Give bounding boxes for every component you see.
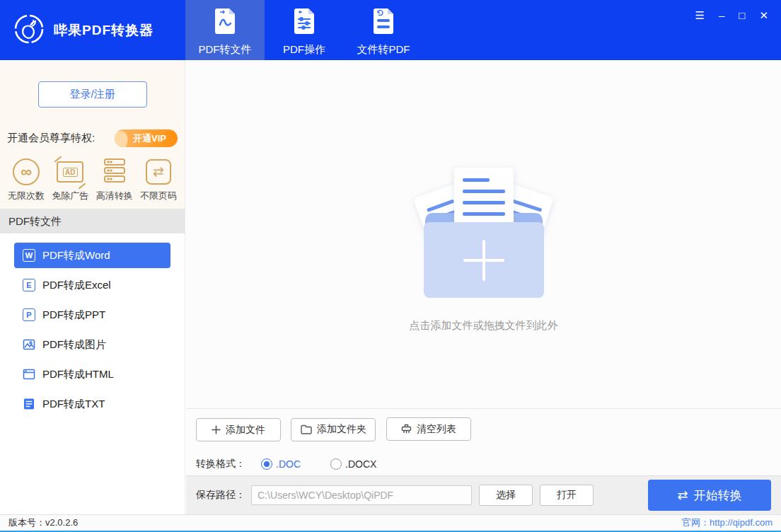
vip-privilege-text: 开通会员尊享特权: — [7, 132, 95, 145]
conversion-menu: W PDF转成Word E PDF转成Excel P PDF转成PPT — [0, 233, 185, 417]
save-path-label: 保存路径： — [196, 489, 245, 502]
sidebar-item-pdf-to-html[interactable]: PDF转成HTML — [14, 362, 170, 387]
maximize-icon[interactable]: □ — [739, 8, 745, 23]
dropzone[interactable]: 点击添加文件或拖拽文件到此外 — [186, 60, 781, 409]
feature-hd-convert: 高清转换 — [93, 157, 137, 202]
tab-label: PDF操作 — [283, 43, 325, 57]
login-register-button[interactable]: 登录/注册 — [38, 81, 147, 108]
version-label: 版本号：v2.0.2.6 — [8, 516, 78, 529]
file-to-pdf-icon — [371, 6, 396, 39]
tab-label: 文件转PDF — [357, 43, 410, 57]
unlimited-pages-icon: ⇄ — [146, 159, 171, 185]
plus-icon — [463, 240, 504, 281]
add-folder-button[interactable]: 添加文件夹 — [291, 418, 376, 441]
feature-unlimited-times: ∞ 无限次数 — [4, 157, 48, 202]
pdf-operations-icon — [291, 6, 317, 39]
sidebar-item-pdf-to-ppt[interactable]: P PDF转成PPT — [14, 302, 170, 328]
folder-icon — [301, 424, 312, 434]
logo-strawberry-icon — [13, 13, 45, 48]
plus-icon — [212, 425, 221, 434]
logo-area: 哔果PDF转换器 — [0, 0, 185, 60]
app-window: 哔果PDF转换器 PDF转文件 — [0, 0, 781, 532]
dropzone-hint: 点击添加文件或拖拽文件到此外 — [410, 319, 558, 332]
main-panel: 点击添加文件或拖拽文件到此外 添加文件 添加文件夹 清空列表 转换格式： — [186, 60, 781, 514]
browser-icon — [23, 368, 35, 381]
website-link[interactable]: 官网：http://qipdf.com — [682, 516, 773, 529]
image-icon — [23, 338, 35, 351]
sidebar-item-pdf-to-word[interactable]: W PDF转成Word — [14, 243, 170, 268]
sidebar-item-pdf-to-txt[interactable]: PDF转成TXT — [14, 391, 170, 417]
folder-front-graphic — [424, 222, 544, 298]
app-title: 哔果PDF转换器 — [54, 21, 154, 40]
no-ads-icon: AD — [57, 161, 83, 183]
sidebar-item-pdf-to-image[interactable]: PDF转成图片 — [14, 332, 170, 357]
status-bar: 版本号：v2.0.2.6 官网：http://qipdf.com — [0, 514, 781, 532]
tab-pdf-operations[interactable]: PDF操作 — [265, 0, 344, 60]
radio-doc[interactable]: .DOC — [261, 458, 301, 470]
ppt-icon: P — [23, 308, 35, 321]
pdf-to-file-icon — [212, 6, 238, 39]
title-bar: 哔果PDF转换器 PDF转文件 — [0, 0, 781, 60]
tab-pdf-to-file[interactable]: PDF转文件 — [185, 0, 265, 60]
excel-icon: E — [23, 279, 35, 291]
word-icon: W — [23, 249, 35, 262]
feature-unlimited-pages: ⇄ 不限页码 — [137, 157, 180, 202]
tab-file-to-pdf[interactable]: 文件转PDF — [344, 0, 423, 60]
infinity-icon: ∞ — [13, 158, 40, 185]
main-tabs: PDF转文件 PDF操作 — [185, 0, 423, 60]
sidebar-item-pdf-to-excel[interactable]: E PDF转成Excel — [14, 272, 170, 298]
minimize-icon[interactable]: – — [719, 8, 724, 23]
text-doc-icon — [23, 398, 35, 410]
clear-list-button[interactable]: 清空列表 — [386, 417, 471, 441]
vip-features: ∞ 无限次数 AD 免除广告 — [0, 157, 185, 202]
radio-docx[interactable]: .DOCX — [330, 458, 376, 470]
radio-unselected-icon — [330, 458, 342, 470]
open-vip-button[interactable]: 开通VIP — [115, 129, 178, 147]
format-label: 转换格式： — [196, 458, 245, 470]
vip-block: 登录/注册 开通会员尊享特权: 开通VIP ∞ 无限次数 AD 免除广告 — [0, 60, 185, 209]
format-row: 转换格式： .DOC .DOCX — [186, 441, 781, 475]
window-menu-icon[interactable]: ☰ — [695, 8, 705, 23]
open-folder-button[interactable]: 打开 — [540, 485, 594, 506]
radio-selected-icon — [261, 458, 272, 470]
folder-illustration — [424, 168, 544, 298]
tab-label: PDF转文件 — [199, 43, 252, 57]
window-controls: ☰ – □ ✕ — [695, 8, 768, 23]
sidebar: 登录/注册 开通会员尊享特权: 开通VIP ∞ 无限次数 AD 免除广告 — [0, 60, 185, 514]
close-icon[interactable]: ✕ — [759, 8, 768, 23]
choose-path-button[interactable]: 选择 — [479, 485, 533, 506]
swap-arrows-icon: ⇄ — [677, 487, 688, 503]
save-path-bar: 保存路径： 选择 打开 ⇄ 开始转换 — [186, 475, 781, 514]
sidebar-section-title: PDF转文件 — [0, 209, 185, 233]
hd-convert-icon — [102, 157, 127, 187]
add-file-button[interactable]: 添加文件 — [196, 418, 281, 441]
save-path-input[interactable] — [251, 485, 472, 505]
feature-no-ads: AD 免除广告 — [48, 157, 92, 202]
start-convert-button[interactable]: ⇄ 开始转换 — [648, 480, 771, 511]
eraser-icon — [401, 424, 412, 434]
file-toolbar: 添加文件 添加文件夹 清空列表 — [186, 409, 781, 441]
